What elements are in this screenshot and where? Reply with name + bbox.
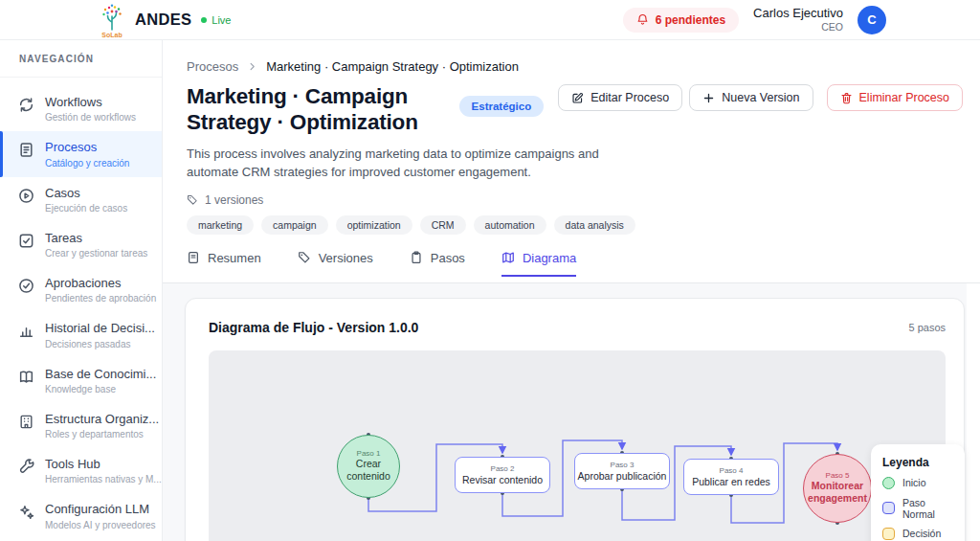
user-name: Carlos Ejecutivo (753, 6, 843, 21)
bell-icon (636, 13, 649, 26)
sidebar-item-casos[interactable]: CasosEjecución de casos (0, 177, 162, 222)
user-role: CEO (753, 21, 843, 34)
sidebar-item-sublabel: Ejecución de casos (45, 203, 127, 214)
process-description: This process involves analyzing marketin… (187, 145, 635, 182)
tab-pasos[interactable]: Pasos (410, 251, 465, 277)
sidebar-item-procesos[interactable]: ProcesosCatálogo y creación (0, 131, 162, 176)
chevron-right-icon (247, 61, 257, 72)
flow-node-paso3[interactable]: Paso 3 Aprobar publicación (574, 453, 670, 489)
sidebar-item-workflows[interactable]: WorkflowsGestión de workflows (0, 86, 162, 131)
tab-label: Resumen (208, 251, 261, 265)
node-label: Crear contenido (342, 458, 395, 484)
node-label: Revisar contenido (462, 474, 543, 485)
sidebar-item-sublabel: Knowledge base (45, 384, 154, 394)
sidebar-item-label: Configuración LLM (45, 502, 154, 517)
category-badge: Estratégico (459, 96, 545, 117)
wrench-icon (18, 459, 34, 475)
building-icon (18, 414, 34, 430)
legend-label: Paso Normal (902, 497, 953, 520)
tag-pill: automation (474, 215, 546, 235)
diagram-card-title: Diagrama de Flujo - Version 1.0.0 (209, 320, 418, 335)
legend-item-paso-normal: Paso Normal (882, 497, 953, 520)
versions-count: 1 versiones (187, 193, 963, 207)
new-version-button[interactable]: Nueva Version (689, 84, 813, 111)
nav-section-label: NAVEGACIÓN (0, 54, 162, 78)
flow-canvas[interactable]: Paso 1 Crear contenido Paso 2 Revisar co… (209, 350, 946, 541)
sidebar-item-sublabel: Herramientas nativas y M... (45, 474, 154, 485)
pending-notifications-button[interactable]: 6 pendientes (623, 8, 739, 33)
tag-pill: data analysis (554, 215, 635, 235)
node-step-label: Paso 3 (611, 461, 635, 469)
flow-node-paso2[interactable]: Paso 2 Revisar contenido (455, 457, 550, 493)
legend-title: Leyenda (882, 456, 953, 469)
page-title: Marketing · Campaign Strategy · Optimiza… (187, 83, 459, 136)
plus-icon (702, 92, 715, 104)
flow-node-end[interactable]: Paso 5 Monitorear engagement (803, 454, 872, 523)
sidebar-item-base-conocimiento[interactable]: Base de Conocimi...Knowledge base (0, 358, 162, 403)
user-info: Carlos Ejecutivo CEO (753, 6, 843, 34)
sidebar-item-historial[interactable]: Historial de Decisi...Decisiones pasadas (0, 312, 162, 357)
tag-pill: campaign (261, 215, 328, 235)
sidebar-item-label: Base de Conocimi... (45, 367, 154, 382)
tab-versiones[interactable]: Versiones (298, 251, 373, 277)
live-dot-icon (201, 17, 207, 23)
breadcrumb-current: Marketing · Campaign Strategy · Optimiza… (266, 59, 519, 74)
page-body: Diagrama de Flujo - Version 1.0.0 5 paso… (163, 283, 980, 541)
tab-resumen[interactable]: Resumen (187, 251, 261, 277)
main-content: Procesos Marketing · Campaign Strategy ·… (163, 40, 980, 541)
scrollbar-track[interactable] (967, 283, 980, 541)
sidebar-item-configuracion-llm[interactable]: Configuración LLMModelos AI y proveedore… (0, 493, 162, 538)
sidebar-item-tools-hub[interactable]: Tools HubHerramientas nativas y M... (0, 448, 162, 493)
edit-process-button[interactable]: Editar Proceso (558, 84, 682, 111)
breadcrumb: Procesos Marketing · Campaign Strategy ·… (187, 59, 963, 74)
node-label: Aprobar publicación (578, 470, 667, 482)
tag-pill: optimization (336, 215, 412, 235)
diagram-legend: Leyenda Inicio Paso Normal Decisión Fin … (871, 444, 965, 541)
check-square-icon (18, 233, 34, 249)
start-node-swatch-icon (882, 477, 895, 489)
sidebar-item-sublabel: Modelos AI y proveedores (45, 520, 154, 530)
clipboard-icon (410, 251, 423, 264)
pending-count-label: 6 pendientes (656, 13, 725, 27)
legend-item-inicio: Inicio (882, 477, 953, 489)
sidebar-item-aprobaciones[interactable]: AprobacionesPendientes de aprobación (0, 267, 162, 312)
tab-label: Pasos (431, 251, 465, 265)
sidebar-item-sublabel: Crear y gestionar tareas (45, 248, 147, 259)
tag-pill: marketing (187, 215, 254, 235)
sidebar-item-sublabel: Gestión de workflows (45, 112, 136, 123)
sync-icon (18, 97, 34, 113)
sidebar-item-sublabel: Decisiones pasadas (45, 339, 154, 349)
tag-pill: CRM (420, 215, 466, 235)
tab-label: Diagrama (523, 251, 576, 265)
sidebar-item-label: Casos (45, 186, 127, 201)
sidebar-item-sublabel: Pendientes de aprobación (45, 293, 154, 304)
sidebar: NAVEGACIÓN WorkflowsGestión de workflows… (0, 40, 163, 541)
diagram-card: Diagrama de Flujo - Version 1.0.0 5 paso… (185, 298, 965, 541)
flow-node-start[interactable]: Paso 1 Crear contenido (337, 435, 400, 498)
node-label: Publicar en redes (692, 476, 770, 487)
edit-process-label: Editar Proceso (590, 91, 669, 104)
delete-process-label: Eliminar Proceso (859, 91, 949, 104)
live-label: Live (212, 14, 231, 26)
normal-node-swatch-icon (882, 502, 895, 514)
legend-label: Inicio (902, 477, 926, 488)
document-icon (187, 251, 200, 264)
sidebar-item-estructura[interactable]: Estructura Organiz...Roles y departament… (0, 403, 162, 448)
sidebar-item-label: Workflows (45, 95, 136, 110)
play-circle-icon (18, 188, 34, 204)
solab-logo-icon: SoLab (98, 4, 126, 38)
avatar[interactable]: C (858, 6, 886, 34)
document-icon (18, 142, 34, 158)
sidebar-item-tareas[interactable]: TareasCrear y gestionar tareas (0, 222, 162, 267)
flow-node-paso4[interactable]: Paso 4 Publicar en redes (683, 459, 779, 495)
legend-item-decision: Decisión (882, 528, 953, 540)
check-circle-icon (18, 278, 34, 294)
sidebar-item-label: Tools Hub (45, 457, 154, 472)
delete-process-button[interactable]: Eliminar Proceso (827, 84, 963, 111)
tab-diagrama[interactable]: Diagrama (501, 251, 576, 277)
breadcrumb-root-link[interactable]: Procesos (187, 59, 238, 74)
node-step-label: Paso 4 (720, 466, 744, 475)
new-version-label: Nueva Version (722, 91, 799, 104)
bar-chart-icon (18, 323, 34, 339)
sparkles-icon (18, 504, 34, 520)
